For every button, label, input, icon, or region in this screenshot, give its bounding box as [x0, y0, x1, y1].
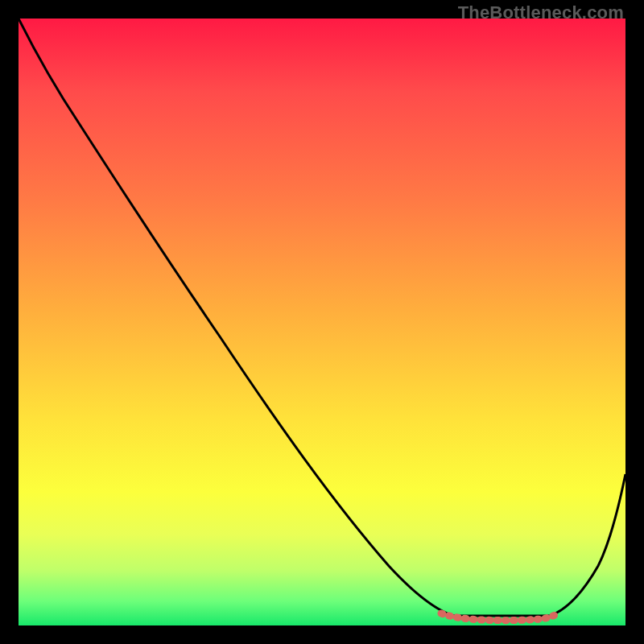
watermark-text: TheBottleneck.com: [458, 2, 624, 23]
chart-frame: TheBottleneck.com: [0, 0, 644, 644]
bottleneck-curve: [19, 19, 625, 625]
curve-path: [19, 19, 625, 616]
chart-plot-area: [19, 19, 625, 625]
